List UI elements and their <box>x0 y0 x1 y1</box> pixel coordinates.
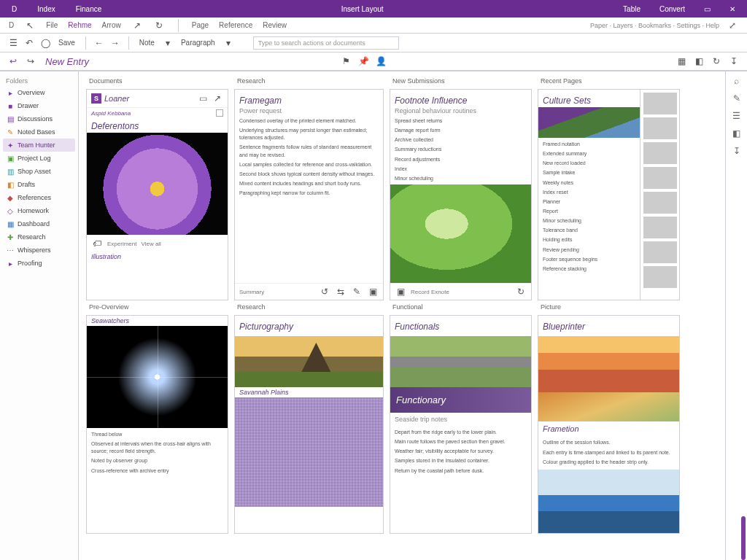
card-blueprinter[interactable]: Blueprinter Frametion Outline of the ses… <box>538 315 680 534</box>
cursor-icon[interactable]: ↶ <box>23 37 35 49</box>
card-more-icon[interactable]: ↗ <box>212 93 223 104</box>
card-leaf[interactable]: Footnote Influence Regional behaviour ro… <box>390 89 532 300</box>
thumbnail[interactable] <box>643 217 677 238</box>
chevron-down-icon[interactable]: ▾ <box>222 37 234 49</box>
ribbon-tab-3[interactable]: Arrow <box>102 21 121 29</box>
card-subheading: Power request <box>239 107 379 114</box>
arrow-left-icon[interactable]: ← <box>93 37 105 49</box>
ribbon-tab-7[interactable]: Review <box>263 21 287 29</box>
sidebar-icon: ◇ <box>6 206 15 215</box>
image-banner2 <box>538 392 679 421</box>
sidebar-item-4[interactable]: ✦Team Hunter <box>3 139 75 152</box>
ribbon-tab-1[interactable]: File <box>46 21 58 29</box>
thumbnail[interactable] <box>643 142 677 164</box>
thumbnail[interactable] <box>643 192 677 214</box>
rail-download-icon[interactable]: ↧ <box>733 146 740 156</box>
grid-icon[interactable]: ▦ <box>676 55 687 67</box>
title-tab-1[interactable]: Index <box>31 4 61 15</box>
title-tab-2[interactable]: Finance <box>70 4 108 15</box>
forward-icon[interactable]: ↪ <box>25 55 36 67</box>
person-icon[interactable]: 👤 <box>375 55 387 67</box>
ribbon-tab-2[interactable]: Rehme <box>68 21 91 29</box>
edit-icon[interactable]: ✎ <box>351 286 363 298</box>
footer-item-1[interactable]: View all <box>141 241 160 247</box>
sidebar-item-13[interactable]: ▸Proofing <box>3 257 75 270</box>
ribbon-tab-6[interactable]: Reference <box>219 21 252 29</box>
sidebar-item-6[interactable]: ▥Shop Asset <box>3 165 75 178</box>
sidebar-icon: ▤ <box>6 114 15 123</box>
rail-list-icon[interactable]: ☰ <box>732 111 740 121</box>
sidebar-icon: ■ <box>6 101 15 110</box>
search-input[interactable]: Type to search actions or documents <box>253 36 399 50</box>
separator <box>85 36 86 50</box>
thumbnail[interactable] <box>643 93 677 114</box>
refresh-icon[interactable]: ↻ <box>711 55 722 67</box>
sync-icon[interactable]: ↻ <box>153 20 165 31</box>
sidebar-item-8[interactable]: ◆References <box>3 191 75 204</box>
tag-icon[interactable]: 🏷 <box>91 238 103 249</box>
card-text[interactable]: Framegam Power request Condensed overlay… <box>234 89 384 300</box>
undo-icon[interactable]: ↺ <box>319 286 330 298</box>
card-star[interactable]: Seawatchers Thread belowObserved at inte… <box>86 315 228 534</box>
rail-panel-icon[interactable]: ◧ <box>732 128 740 139</box>
card-flower[interactable]: S Loaner ▭ ↗ Aspid Kebbana Deferentons 🏷… <box>86 89 228 300</box>
note-icon[interactable]: ▣ <box>395 286 406 298</box>
sidebar-item-0[interactable]: ▸Overview <box>3 86 75 99</box>
expand-icon[interactable]: ⤢ <box>727 20 738 31</box>
card-action-icon[interactable]: ▭ <box>197 93 209 104</box>
chip-icon: S <box>91 93 101 104</box>
sidebar-item-11[interactable]: ✚Research <box>3 230 75 244</box>
sidebar-item-3[interactable]: ✎Noted Bases <box>3 125 75 139</box>
card-functionals[interactable]: Functionals Functionary Seaside trip not… <box>390 315 532 534</box>
lasso-icon[interactable]: ◯ <box>39 37 51 49</box>
sidebar-item-10[interactable]: ▦Dashboard <box>3 217 75 230</box>
arrow-right-icon[interactable]: → <box>109 37 121 49</box>
card-picturography[interactable]: Picturography Savannah Plains <box>234 315 384 534</box>
sidebar-item-9[interactable]: ◇Homework <box>3 204 75 217</box>
sidebar-item-label: Noted Bases <box>18 128 55 136</box>
minimize-icon[interactable]: ▭ <box>698 4 716 15</box>
sidebar-item-5[interactable]: ▣Project Log <box>3 152 75 165</box>
menu-icon[interactable]: ☰ <box>7 37 19 49</box>
card-culture[interactable]: Culture Sets Framed notationExtended sum… <box>538 89 680 300</box>
footer-item-0[interactable]: Experiment <box>107 241 136 247</box>
tool-save[interactable]: Save <box>55 39 78 47</box>
close-icon[interactable]: ✕ <box>724 4 741 15</box>
box-icon[interactable] <box>216 109 223 117</box>
title-tab-0[interactable]: D <box>6 4 23 15</box>
thumbnail[interactable] <box>643 266 677 288</box>
ribbon-tab-0[interactable]: D <box>9 21 14 29</box>
thumbnail-strip <box>640 90 679 300</box>
title-right-0[interactable]: Table <box>617 4 646 15</box>
sidebar-icon: ▣ <box>6 154 15 163</box>
sidebar-item-1[interactable]: ■Drawer <box>3 99 75 112</box>
layout-icon[interactable]: ◧ <box>693 55 705 67</box>
tool-paragraph[interactable]: Paragraph <box>178 39 218 47</box>
scrollbar-thumb[interactable] <box>741 516 746 560</box>
colhead-2: New Submissions <box>392 77 535 85</box>
title-right-1[interactable]: Convert <box>654 4 691 15</box>
colhead2-0: Pre-Overview <box>89 303 231 311</box>
tool-note[interactable]: Note <box>136 39 158 47</box>
ribbon-tab-5[interactable]: Page <box>192 21 209 29</box>
pointer-icon[interactable]: ↖ <box>24 20 36 31</box>
chevron-down-icon[interactable]: ▾ <box>162 37 174 49</box>
rail-edit-icon[interactable]: ✎ <box>733 93 740 104</box>
rail-search-icon[interactable]: ⌕ <box>734 76 739 86</box>
thumbnail[interactable] <box>643 241 677 263</box>
sidebar-item-12[interactable]: ⋯Whisperers <box>3 244 75 257</box>
refresh-icon[interactable]: ↻ <box>515 286 527 298</box>
thumbnail[interactable] <box>643 167 677 189</box>
flag-icon[interactable]: ⚑ <box>340 55 352 67</box>
down-icon[interactable]: ↧ <box>728 55 740 67</box>
sidebar-item-7[interactable]: ◧Drafts <box>3 178 75 191</box>
colhead-3: Recent Pages <box>541 77 683 85</box>
share-icon[interactable]: ↗ <box>131 20 143 31</box>
card-subheading: Regional behaviour routines <box>395 107 527 114</box>
thumbnail[interactable] <box>643 117 677 139</box>
grid-icon[interactable]: ▣ <box>367 286 379 298</box>
swap-icon[interactable]: ⇆ <box>335 286 347 298</box>
sidebar-item-2[interactable]: ▤Discussions <box>3 112 75 125</box>
back-icon[interactable]: ↩ <box>7 55 19 67</box>
pin-icon[interactable]: 📌 <box>357 55 369 67</box>
